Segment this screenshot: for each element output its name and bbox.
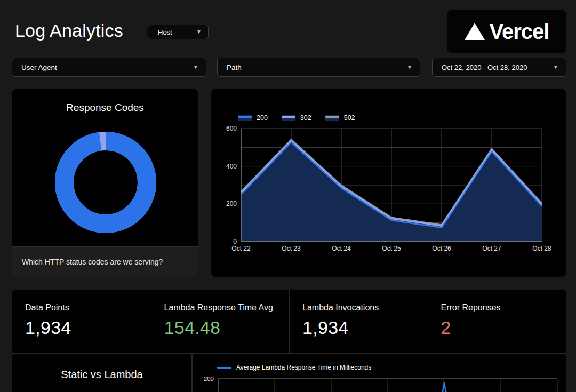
stat-card-lambda-invocations: Lambda Invocations 1,934 (289, 290, 428, 353)
chevron-down-icon: ▼ (196, 29, 202, 35)
stat-label: Error Reponses (441, 303, 566, 313)
static-vs-lambda-title: Static vs Lambda (12, 369, 191, 381)
host-dropdown-label: Host (158, 28, 172, 36)
stat-label: Lambda Response Time Avg (164, 303, 290, 313)
x-tick-oct25: Oct 25 (382, 245, 401, 252)
stat-value: 1,934 (302, 317, 428, 338)
chevron-down-icon: ▼ (553, 65, 558, 70)
vercel-triangle-icon (465, 23, 485, 40)
stats-row: Data Points 1,934 Lambda Response Time A… (12, 290, 566, 354)
lambda-response-time-chart[interactable]: 200 (193, 354, 566, 392)
vercel-logo-text: Vercel (490, 20, 549, 44)
y-tick-200: 200 (226, 200, 237, 207)
status-codes-chart-card: 200 302 502 (211, 89, 566, 277)
x-tick-oct24: Oct 24 (332, 245, 351, 252)
response-codes-caption: Which HTTP status codes are we serving? (12, 246, 198, 277)
status-codes-area-chart[interactable]: 600 400 200 0 Oct 22 Oct 23 Oct 24 Oct 2… (211, 89, 566, 277)
stat-card-error-responses: Error Reponses 2 (428, 290, 566, 353)
y-tick-400: 400 (226, 163, 237, 170)
log-analytics-dashboard: Log Analytics Host ▼ Vercel User Agent ▼… (0, 0, 576, 392)
chevron-down-icon: ▼ (407, 65, 412, 70)
stat-label: Lambda Invocations (302, 303, 428, 313)
x-tick-oct27: Oct 27 (482, 245, 501, 252)
stat-label: Data Points (25, 303, 151, 313)
date-range-dropdown[interactable]: Oct 22, 2020 - Oct 28, 2020 ▼ (432, 58, 566, 77)
path-dropdown-label: Path (227, 63, 242, 71)
stat-value: 154.48 (164, 317, 290, 338)
lambda-response-time-chart-card: Average Lambda Response Time in Millieco… (192, 354, 566, 392)
path-dropdown[interactable]: Path ▼ (217, 58, 420, 77)
stat-card-lambda-response-time: Lambda Response Time Avg 154.48 (151, 290, 290, 353)
lambda-y-tick-200: 200 (204, 375, 214, 382)
x-tick-oct22: Oct 22 (231, 245, 251, 252)
stat-card-data-points: Data Points 1,934 (12, 290, 151, 353)
host-dropdown[interactable]: Host ▼ (147, 25, 209, 39)
x-tick-oct23: Oct 23 (282, 245, 301, 252)
vercel-logo: Vercel (447, 10, 566, 53)
y-tick-600: 600 (226, 125, 237, 132)
user-agent-dropdown[interactable]: User Agent ▼ (12, 58, 206, 77)
user-agent-dropdown-label: User Agent (21, 63, 57, 71)
x-tick-oct28: Oct 28 (532, 245, 551, 252)
response-codes-card: Response Codes Which HTTP status codes a… (12, 89, 198, 277)
page-title: Log Analytics (15, 20, 123, 41)
y-tick-0: 0 (233, 238, 237, 245)
stat-value: 1,934 (25, 317, 151, 338)
date-range-label: Oct 22, 2020 - Oct 28, 2020 (442, 63, 527, 71)
chevron-down-icon: ▼ (193, 65, 198, 70)
x-tick-oct26: Oct 26 (432, 245, 451, 252)
response-codes-donut-chart[interactable] (12, 89, 198, 248)
static-vs-lambda-card: Static vs Lambda (12, 354, 192, 392)
stat-value: 2 (441, 317, 566, 338)
